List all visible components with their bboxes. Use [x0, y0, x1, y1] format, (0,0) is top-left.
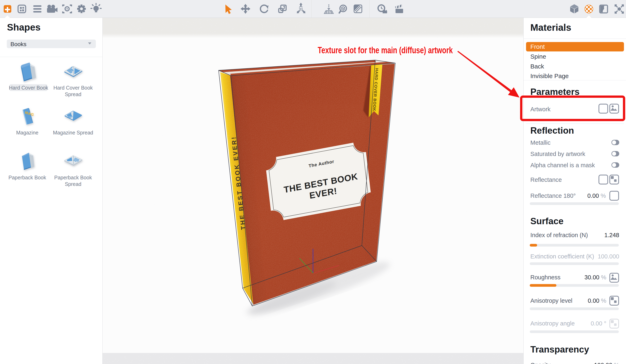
svg-text:Texture slot for the main (dif: Texture slot for the main (diffuse) artw…: [318, 45, 453, 55]
